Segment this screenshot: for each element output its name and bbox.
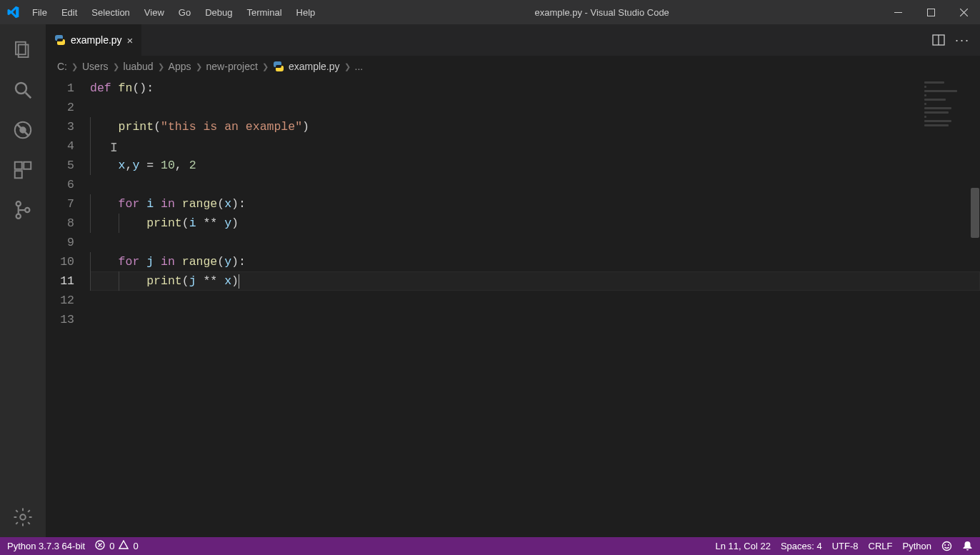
code-line[interactable] <box>90 98 980 117</box>
activity-search[interactable] <box>0 70 46 110</box>
warning-icon <box>119 540 129 552</box>
line-number: 13 <box>46 310 74 329</box>
line-number: 8 <box>46 214 74 233</box>
svg-rect-1 <box>927 9 934 16</box>
vertical-scrollbar[interactable] <box>970 77 980 537</box>
activity-extensions[interactable] <box>0 150 46 190</box>
code-line[interactable] <box>90 233 980 252</box>
breadcrumb-item[interactable]: ... <box>355 61 364 72</box>
svg-point-4 <box>16 83 26 94</box>
code-line[interactable]: print(j ** x) <box>90 271 980 291</box>
breadcrumb-item[interactable]: C: <box>57 61 67 72</box>
chevron-right-icon: ❯ <box>262 62 269 71</box>
status-encoding[interactable]: UTF-8 <box>832 541 859 551</box>
svg-point-18 <box>948 544 949 546</box>
svg-rect-8 <box>24 162 31 169</box>
line-number: 6 <box>46 175 74 194</box>
tab-close-icon[interactable]: × <box>127 34 134 46</box>
activity-settings[interactable] <box>0 497 46 537</box>
split-editor-icon[interactable] <box>932 34 945 46</box>
title-bar: File Edit Selection View Go Debug Termin… <box>0 0 980 24</box>
minimap[interactable] <box>924 81 967 167</box>
menu-item-selection[interactable]: Selection <box>84 0 136 24</box>
window-title: example.py - Visual Studio Code <box>322 7 881 18</box>
activity-explorer[interactable] <box>0 30 46 70</box>
chevron-right-icon: ❯ <box>344 62 351 71</box>
menu-item-terminal[interactable]: Terminal <box>239 0 289 24</box>
breadcrumbs[interactable]: C:❯ Users❯ luabud❯ Apps❯ new-project❯ ex… <box>46 56 980 77</box>
svg-point-12 <box>25 208 29 212</box>
line-number: 9 <box>46 233 74 252</box>
line-number: 5 <box>46 156 74 175</box>
menu-item-help[interactable]: Help <box>289 0 323 24</box>
error-icon <box>95 540 105 552</box>
chevron-right-icon: ❯ <box>71 62 78 71</box>
status-problems[interactable]: 0 0 <box>95 540 138 552</box>
svg-rect-3 <box>19 45 29 58</box>
line-number: 10 <box>46 252 74 271</box>
status-notifications-icon[interactable] <box>962 541 973 551</box>
status-python-version[interactable]: Python 3.7.3 64-bit <box>7 541 85 551</box>
svg-point-10 <box>16 201 21 206</box>
scrollbar-thumb[interactable] <box>971 188 979 238</box>
code-line[interactable] <box>90 136 980 156</box>
editor-actions: ··· <box>922 24 980 56</box>
menu-bar: File Edit Selection View Go Debug Termin… <box>25 0 322 24</box>
menu-item-go[interactable]: Go <box>171 0 198 24</box>
code-line[interactable] <box>90 175 980 194</box>
svg-point-13 <box>20 514 26 520</box>
main-area: example.py × ··· C:❯ Users❯ luabud❯ Apps… <box>0 24 980 537</box>
window-controls <box>881 0 980 24</box>
python-file-icon <box>273 61 284 72</box>
close-button[interactable] <box>947 0 980 24</box>
code-content[interactable]: I def fn(): print("this is an example") … <box>90 77 980 537</box>
code-line[interactable] <box>90 310 980 329</box>
line-number: 11 <box>46 271 74 291</box>
minimize-button[interactable] <box>881 0 914 24</box>
maximize-button[interactable] <box>914 0 947 24</box>
code-line[interactable] <box>90 291 980 310</box>
editor-area: example.py × ··· C:❯ Users❯ luabud❯ Apps… <box>46 24 980 537</box>
status-cursor-position[interactable]: Ln 11, Col 22 <box>716 541 771 551</box>
svg-point-11 <box>16 214 21 219</box>
line-number: 7 <box>46 194 74 214</box>
more-actions-icon[interactable]: ··· <box>955 33 970 48</box>
svg-point-16 <box>943 542 951 551</box>
breadcrumb-item[interactable]: luabud <box>124 61 154 72</box>
svg-rect-7 <box>15 162 22 169</box>
vscode-logo-icon <box>0 5 25 19</box>
breadcrumb-item[interactable]: new-project <box>206 61 258 72</box>
code-line[interactable]: for i in range(x): <box>90 194 980 214</box>
code-line[interactable]: print("this is an example") <box>90 117 980 136</box>
activity-scm[interactable] <box>0 190 46 230</box>
code-line[interactable]: x,y = 10, 2 <box>90 156 980 175</box>
tab-label: example.py <box>71 34 122 46</box>
code-line[interactable]: for j in range(y): <box>90 252 980 271</box>
chevron-right-icon: ❯ <box>196 62 202 71</box>
svg-rect-2 <box>16 42 26 55</box>
menu-item-file[interactable]: File <box>25 0 54 24</box>
status-indentation[interactable]: Spaces: 4 <box>781 541 822 551</box>
status-eol[interactable]: CRLF <box>869 541 893 551</box>
status-feedback-icon[interactable] <box>941 541 952 551</box>
status-bar: Python 3.7.3 64-bit 0 0 Ln 11, Col 22 Sp… <box>0 537 980 555</box>
chevron-right-icon: ❯ <box>113 62 119 71</box>
line-number: 1 <box>46 79 74 98</box>
line-number: 3 <box>46 117 74 136</box>
status-language[interactable]: Python <box>903 541 931 551</box>
tab-example-py[interactable]: example.py × <box>46 24 142 56</box>
editor-tabs: example.py × ··· <box>46 24 980 56</box>
line-number: 2 <box>46 98 74 117</box>
activity-bar <box>0 24 46 537</box>
menu-item-view[interactable]: View <box>137 0 171 24</box>
menu-item-edit[interactable]: Edit <box>54 0 84 24</box>
activity-debug[interactable] <box>0 110 46 150</box>
breadcrumb-item[interactable]: Apps <box>169 61 191 72</box>
code-line[interactable]: def fn(): <box>90 79 980 98</box>
breadcrumb-file[interactable]: example.py <box>273 61 340 72</box>
code-editor[interactable]: 12345678910111213 I def fn(): print("thi… <box>46 77 980 537</box>
menu-item-debug[interactable]: Debug <box>198 0 239 24</box>
code-line[interactable]: print(i ** y) <box>90 214 980 233</box>
breadcrumb-item[interactable]: Users <box>82 61 109 72</box>
svg-point-17 <box>944 544 946 546</box>
